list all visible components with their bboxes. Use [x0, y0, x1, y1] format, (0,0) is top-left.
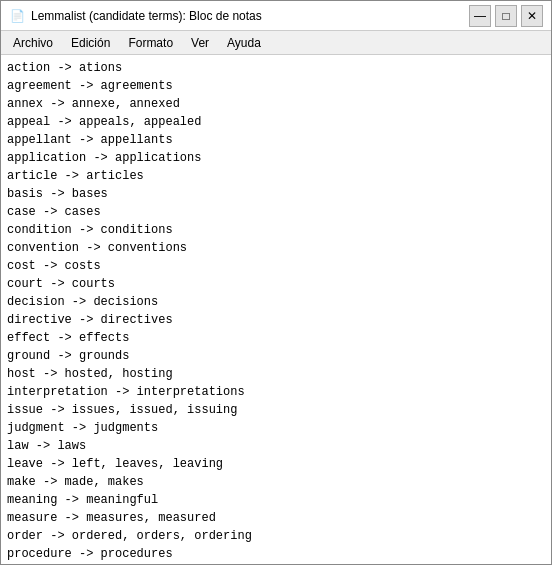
app-icon: 📄	[9, 8, 25, 24]
close-button[interactable]: ✕	[521, 5, 543, 27]
content-area: action -> ations agreement -> agreements…	[1, 55, 551, 564]
title-bar: 📄 Lemmalist (candidate terms): Bloc de n…	[1, 1, 551, 31]
main-window: 📄 Lemmalist (candidate terms): Bloc de n…	[0, 0, 552, 565]
menu-item-ayuda[interactable]: Ayuda	[219, 34, 269, 52]
menu-bar: ArchivoEdiciónFormatoVerAyuda	[1, 31, 551, 55]
text-editor[interactable]: action -> ations agreement -> agreements…	[1, 55, 551, 564]
window-title: Lemmalist (candidate terms): Bloc de not…	[31, 9, 262, 23]
maximize-button[interactable]: □	[495, 5, 517, 27]
menu-item-edición[interactable]: Edición	[63, 34, 118, 52]
menu-item-ver[interactable]: Ver	[183, 34, 217, 52]
menu-item-archivo[interactable]: Archivo	[5, 34, 61, 52]
window-controls: — □ ✕	[469, 5, 543, 27]
menu-item-formato[interactable]: Formato	[120, 34, 181, 52]
minimize-button[interactable]: —	[469, 5, 491, 27]
title-bar-left: 📄 Lemmalist (candidate terms): Bloc de n…	[9, 8, 262, 24]
